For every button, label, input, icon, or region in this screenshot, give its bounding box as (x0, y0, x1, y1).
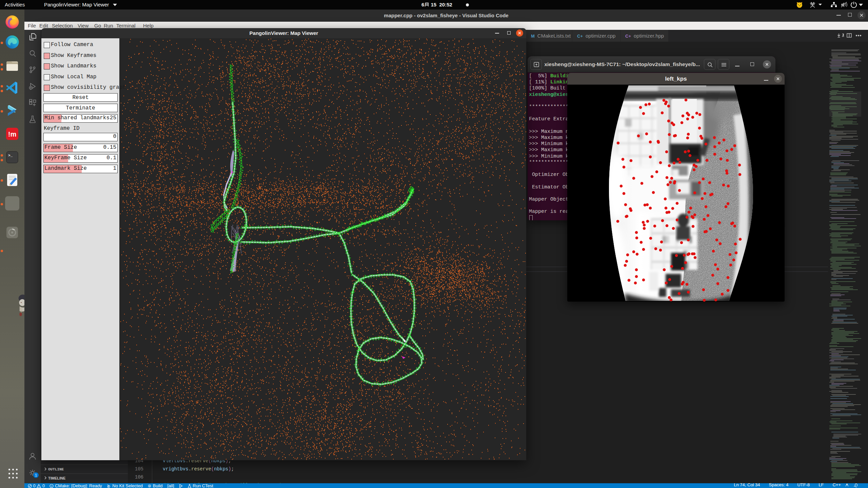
svg-text:!m: !m (8, 130, 16, 138)
svg-text:>_: >_ (8, 154, 13, 158)
